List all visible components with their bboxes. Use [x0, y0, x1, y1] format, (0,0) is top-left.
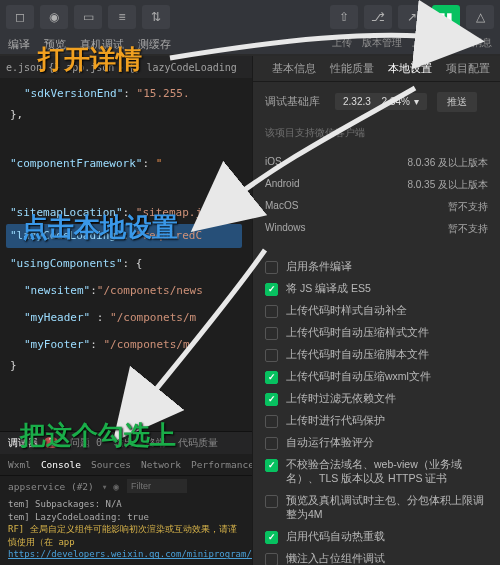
setting-row[interactable]: 上传时过滤无依赖文件: [265, 388, 488, 410]
editor-tabs: e.json {} app.json › {} lazyCodeLoading: [0, 56, 252, 78]
setting-label: 自动运行体验评分: [286, 436, 374, 450]
client-hint: 该项目支持微信客户端: [253, 122, 500, 148]
checkbox[interactable]: [265, 349, 278, 362]
upload-icon[interactable]: ⇧: [330, 5, 358, 29]
label-details: 详情: [442, 36, 462, 50]
details-button[interactable]: ▮▮: [432, 5, 460, 29]
setting-row[interactable]: 自动运行体验评分: [265, 432, 488, 454]
breadcrumb: {} app.json › {} lazyCodeLoading: [48, 62, 237, 73]
setting-label: 启用条件编译: [286, 260, 352, 274]
log-warn: RF] 全局自定义组件可能影响初次渲染或互动效果，请谨慎使用（在 app: [8, 523, 244, 548]
setting-row[interactable]: 上传代码时自动压缩样式文件: [265, 322, 488, 344]
export-icon[interactable]: ↗: [398, 5, 426, 29]
log-line: tem] LazyCodeLoading: true: [8, 511, 244, 524]
setting-row[interactable]: 启用条件编译: [265, 256, 488, 278]
code-editor[interactable]: e.json {} app.json › {} lazyCodeLoading …: [0, 56, 252, 565]
checkbox[interactable]: [265, 327, 278, 340]
setting-label: 上传代码时自动压缩wxml文件: [286, 370, 431, 384]
setting-row[interactable]: 启用代码自动热重载: [265, 526, 488, 548]
label-upload: 上传: [332, 36, 352, 50]
checkbox[interactable]: [265, 283, 278, 296]
top-right-labels: 上传 版本管理 上传 详情 消息: [332, 36, 492, 50]
setting-row[interactable]: 将 JS 编译成 ES5: [265, 278, 488, 300]
checkbox[interactable]: [265, 553, 278, 565]
tab-project[interactable]: 项目配置: [446, 61, 490, 76]
branch-icon[interactable]: ⎇: [364, 5, 392, 29]
devtools-console: 调试器 1 问题 0 输出 终端 代码质量 Wxml Console Sourc…: [0, 431, 252, 565]
platform-row: MacOS暂不支持: [265, 196, 488, 218]
setting-label: 懒注入占位组件调试: [286, 552, 385, 565]
checkbox[interactable]: [265, 393, 278, 406]
log-line: tem] Subpackages: N/A: [8, 498, 244, 511]
subtab-sources[interactable]: Sources: [91, 459, 131, 470]
tab-debugger[interactable]: 调试器 1: [8, 436, 58, 450]
checkbox[interactable]: [265, 305, 278, 318]
push-button[interactable]: 推送: [437, 92, 477, 112]
subtab-perf[interactable]: Performance: [191, 459, 252, 470]
platform-list: iOS8.0.36 及以上版本Android8.0.35 及以上版本MacOS暂…: [253, 148, 500, 250]
subtab-wxml[interactable]: Wxml: [8, 459, 31, 470]
setting-label: 上传时过滤无依赖文件: [286, 392, 396, 406]
file-tab[interactable]: e.json: [6, 62, 42, 73]
tab-perf[interactable]: 性能质量: [330, 61, 374, 76]
label-upload2: 上传: [412, 36, 432, 50]
menu-cache[interactable]: 测缓存: [138, 37, 171, 52]
code-content: "sdkVersionEnd": "15.255. }, "componentF…: [0, 78, 252, 383]
menu-realdevice[interactable]: 真机调试: [80, 37, 124, 52]
service-select[interactable]: appservice (#2): [8, 481, 94, 492]
tab-problems[interactable]: 问题 0: [70, 436, 102, 450]
setting-label: 预览及真机调试时主包、分包体积上限调整为4M: [286, 494, 488, 522]
filter-input[interactable]: [127, 479, 187, 493]
right-panel: 基本信息 性能质量 本地设置 项目配置 调试基础库 2.32.3 2.34% ▾…: [252, 56, 500, 565]
menu-compile[interactable]: 编译: [8, 37, 30, 52]
settings-checklist: 启用条件编译将 JS 编译成 ES5上传代码时样式自动补全上传代码时自动压缩样式…: [253, 250, 500, 565]
tab-quality[interactable]: 代码质量: [178, 436, 218, 450]
subtab-network[interactable]: Network: [141, 459, 181, 470]
label-messages: 消息: [472, 36, 492, 50]
checkbox[interactable]: [265, 495, 278, 508]
subtab-console[interactable]: Console: [41, 459, 81, 470]
menu-preview[interactable]: 预览: [44, 37, 66, 52]
cache-icon[interactable]: ≡: [108, 5, 136, 29]
platform-row: Android8.0.35 及以上版本: [265, 174, 488, 196]
setting-label: 将 JS 编译成 ES5: [286, 282, 371, 296]
setting-row[interactable]: 不校验合法域名、web-view（业务域名）、TLS 版本以及 HTTPS 证书: [265, 454, 488, 490]
setting-label: 不校验合法域名、web-view（业务域名）、TLS 版本以及 HTTPS 证书: [286, 458, 488, 486]
setting-label: 上传代码时自动压缩样式文件: [286, 326, 429, 340]
setting-row[interactable]: 上传代码时样式自动补全: [265, 300, 488, 322]
tab-basic[interactable]: 基本信息: [272, 61, 316, 76]
preview-icon[interactable]: ◉: [40, 5, 68, 29]
setting-label: 上传代码时样式自动补全: [286, 304, 407, 318]
checkbox[interactable]: [265, 371, 278, 384]
setting-row[interactable]: 上传代码时自动压缩脚本文件: [265, 344, 488, 366]
platform-row: iOS8.0.36 及以上版本: [265, 152, 488, 174]
log-link[interactable]: https://developers.weixin.qq.com/minipro…: [8, 548, 244, 561]
phone-icon[interactable]: ▭: [74, 5, 102, 29]
setting-row[interactable]: 预览及真机调试时主包、分包体积上限调整为4M: [265, 490, 488, 526]
setting-label: 上传代码时自动压缩脚本文件: [286, 348, 429, 362]
setting-row[interactable]: 上传代码时自动压缩wxml文件: [265, 366, 488, 388]
checkbox[interactable]: [265, 531, 278, 544]
checkbox[interactable]: [265, 415, 278, 428]
label-version: 版本管理: [362, 36, 402, 50]
debug-base-label: 调试基础库: [265, 94, 325, 109]
setting-row[interactable]: 懒注入占位组件调试: [265, 548, 488, 565]
bell-icon[interactable]: △: [466, 5, 494, 29]
tab-output[interactable]: 输出: [114, 436, 134, 450]
checkbox[interactable]: [265, 261, 278, 274]
setting-label: 启用代码自动热重载: [286, 530, 385, 544]
checkbox[interactable]: [265, 459, 278, 472]
setting-label: 上传时进行代码保护: [286, 414, 385, 428]
lib-version-select[interactable]: 2.32.3 2.34% ▾: [335, 93, 427, 110]
tab-local[interactable]: 本地设置: [388, 61, 432, 76]
compile-icon[interactable]: ◻: [6, 5, 34, 29]
platform-row: Windows暂不支持: [265, 218, 488, 240]
setting-row[interactable]: 上传时进行代码保护: [265, 410, 488, 432]
checkbox[interactable]: [265, 437, 278, 450]
arrows-icon[interactable]: ⇅: [142, 5, 170, 29]
tab-terminal[interactable]: 终端: [146, 436, 166, 450]
top-toolbar: ◻ ◉ ▭ ≡ ⇅ ⇧ ⎇ ↗ ▮▮ △: [0, 0, 500, 34]
